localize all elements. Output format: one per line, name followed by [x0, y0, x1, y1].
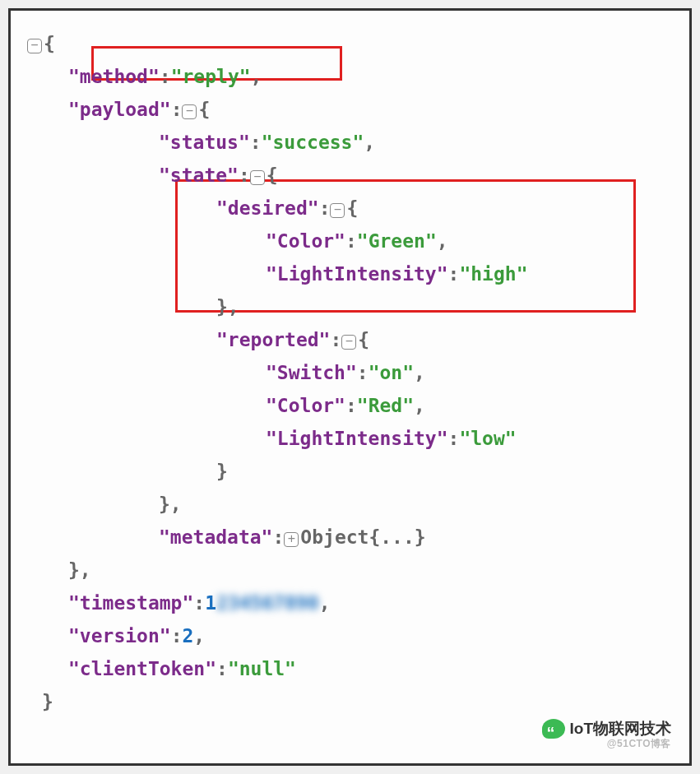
json-line: "method":"reply",: [19, 60, 681, 93]
json-line: "Color":"Green",: [19, 225, 681, 257]
json-line: }: [19, 455, 681, 488]
json-line: "version":2,: [19, 619, 681, 652]
json-line: "clientToken":"null": [19, 652, 681, 685]
json-line: "Color":"Red",: [19, 389, 681, 422]
json-line: "desired":−{: [19, 192, 681, 225]
expand-icon[interactable]: +: [284, 532, 299, 547]
json-line: "LightIntensity":"low": [19, 422, 681, 455]
collapse-icon[interactable]: −: [341, 335, 356, 350]
collapse-icon[interactable]: −: [27, 39, 42, 53]
json-line: "reported":−{: [19, 323, 681, 356]
json-line: },: [19, 554, 681, 586]
collapse-icon[interactable]: −: [182, 104, 197, 119]
json-line: "state":−{: [19, 159, 681, 192]
json-line: "timestamp":1234567890,: [19, 586, 681, 619]
json-line: "status":"success",: [19, 126, 681, 159]
json-line: "Switch":"on",: [19, 356, 681, 389]
collapse-icon[interactable]: −: [250, 170, 265, 185]
json-viewer: −{ "method":"reply", "payload":−{ "statu…: [8, 8, 692, 766]
json-line: −{: [19, 27, 681, 60]
collapse-icon[interactable]: −: [330, 203, 345, 218]
json-line: },: [19, 488, 681, 521]
blurred-timestamp: 234567890: [216, 592, 319, 614]
json-line: "payload":−{: [19, 93, 681, 126]
watermark-sub: @51CTO博客: [607, 727, 671, 760]
json-line: "LightIntensity":"high": [19, 257, 681, 290]
json-line: "metadata":+Object{...}: [19, 521, 681, 554]
json-line: },: [19, 290, 681, 323]
logo-icon: [542, 719, 565, 739]
